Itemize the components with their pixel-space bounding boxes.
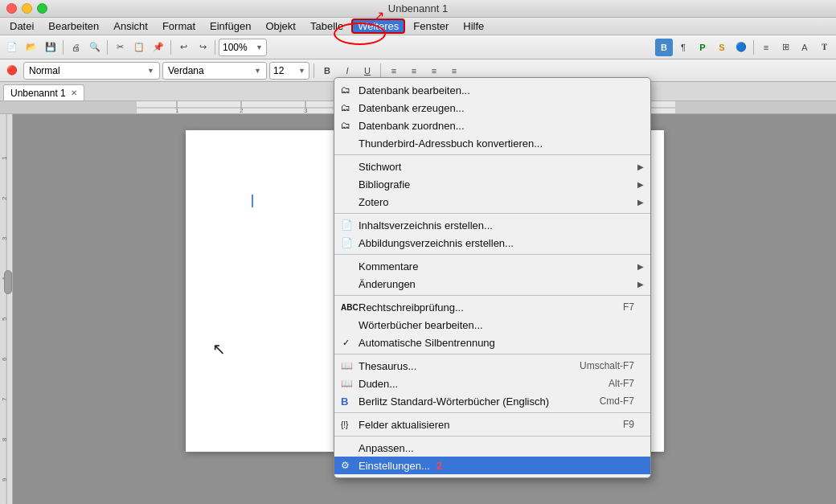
duden-label: Duden... (359, 378, 398, 390)
text-cursor (252, 195, 253, 207)
zoom-value: 100% (223, 42, 248, 53)
menu-woerterbucher[interactable]: Wörterbücher bearbeiten... (334, 316, 650, 334)
tab-label: Unbenannt 1 (10, 88, 66, 99)
menu-kommentare[interactable]: Kommentare (334, 257, 650, 275)
menu-anpassen[interactable]: Anpassen... (334, 439, 650, 457)
print-button[interactable]: 🖨 (67, 39, 84, 56)
silbentrennung-checkmark-icon: ✓ (342, 338, 350, 348)
copy-button[interactable]: 📋 (130, 39, 148, 56)
menu-objekt[interactable]: Objekt (259, 18, 302, 34)
left-ruler-marks: 1 2 3 4 5 6 7 8 9 (0, 114, 13, 504)
menu-bearbeiten[interactable]: Bearbeiten (42, 18, 105, 34)
tab-close-button[interactable]: ✕ (71, 88, 77, 97)
svg-text:2: 2 (1, 196, 8, 200)
format-icon-btn[interactable]: 🔴 (3, 62, 21, 80)
char-btn[interactable]: A (796, 39, 813, 56)
preview-button[interactable]: 🔍 (86, 39, 104, 56)
menu-duden[interactable]: 📖 Duden... Alt-F7 (334, 375, 650, 392)
menu-zotero[interactable]: Zotero (334, 193, 650, 211)
toolbar-separator-3 (170, 40, 171, 55)
berlitz-label: Berlitz Standard-Wörterbücher (Englisch) (359, 395, 549, 408)
felder-label: Felder aktualisieren (359, 419, 449, 431)
svg-text:3: 3 (304, 107, 308, 114)
aenderungen-label: Änderungen (359, 278, 416, 290)
paste-button[interactable]: 📌 (150, 39, 167, 56)
new-button[interactable]: 📄 (3, 39, 21, 56)
save-button[interactable]: 💾 (42, 39, 59, 56)
menu-ansicht[interactable]: Ansicht (107, 18, 154, 34)
stichwort-label: Stichwort (359, 161, 401, 173)
bibliografie-label: Bibliografie (359, 178, 410, 191)
paragraph-button[interactable]: ¶ (674, 39, 692, 56)
einstellungen-badge: 2 (436, 460, 442, 472)
minimize-button[interactable] (22, 3, 32, 14)
menu-datenbank-zuordnen[interactable]: 🗂 Datenbank zuordnen... (334, 117, 650, 134)
font-chevron-icon: ▼ (254, 67, 261, 75)
menu-abbildungsverzeichnis[interactable]: 📄 Abbildungsverzeichnis erstellen... (334, 234, 650, 252)
zoom-dropdown[interactable]: 100% ▼ (219, 39, 267, 56)
menu-silbentrennung[interactable]: ✓ Automatische Silbentrennung (334, 334, 650, 351)
redo-button[interactable]: ↪ (194, 39, 211, 56)
menu-berlitz[interactable]: B Berlitz Standard-Wörterbücher (Englisc… (334, 392, 650, 410)
menu-thesaurus[interactable]: 📖 Thesaurus... Umschalt-F7 (334, 357, 650, 375)
menu-hilfe[interactable]: Hilfe (457, 18, 490, 34)
menu-aenderungen[interactable]: Änderungen (334, 275, 650, 293)
s-button[interactable]: S (713, 39, 731, 56)
separator-5 (334, 354, 650, 354)
extra-btn[interactable]: ≡ (757, 39, 775, 56)
menu-inhaltsverzeichnis[interactable]: 📄 Inhaltsverzeichnis erstellen... (334, 216, 650, 234)
format-sep-2 (380, 64, 381, 78)
format-sep-1 (314, 64, 314, 78)
menu-datenbank-bearbeiten[interactable]: 🗂 Datenbank bearbeiten... (334, 81, 650, 99)
bold-button[interactable]: B (318, 62, 336, 80)
menu-format[interactable]: Format (156, 18, 202, 34)
svg-text:1: 1 (1, 156, 8, 160)
left-ruler: 1 2 3 4 5 6 7 8 9 (0, 114, 13, 504)
datenbank-erzeugen-icon: 🗂 (341, 102, 350, 113)
menu-felder[interactable]: {!} Felder aktualisieren F9 (334, 416, 650, 433)
paragraph-style-select[interactable]: Normal ▼ (23, 62, 160, 80)
menu-datei[interactable]: Datei (3, 18, 40, 34)
document-tab[interactable]: Unbenannt 1 ✕ (3, 84, 84, 100)
menu-tabelle[interactable]: Tabelle (304, 18, 350, 34)
rechtschreibpruefung-label: Rechtschreibprüfung... (359, 301, 464, 313)
undo-button[interactable]: ↩ (174, 39, 192, 56)
zoom-chevron-icon: ▼ (256, 43, 263, 51)
menu-einstellungen[interactable]: ⚙ Einstellungen... 2 (334, 457, 650, 474)
find-button[interactable]: P (694, 39, 711, 56)
title-bar: Unbenannt 1 (0, 0, 836, 18)
toolbar-separator-4 (215, 40, 215, 55)
thesaurus-icon: 📖 (341, 360, 353, 371)
menu-weiteres[interactable]: Weiteres (351, 18, 405, 34)
silbentrennung-label: Automatische Silbentrennung (359, 337, 495, 349)
menu-datenbank-erzeugen[interactable]: 🗂 Datenbank erzeugen... (334, 99, 650, 117)
menu-einfuegen[interactable]: Einfügen (203, 18, 257, 34)
window-controls[interactable] (6, 3, 47, 14)
bold-toolbar-b[interactable]: B (655, 39, 673, 56)
thunderbird-label: Thunderbird-Adressbuch konvertieren... (359, 137, 543, 150)
svg-text:1: 1 (175, 107, 179, 114)
font-select[interactable]: Verdana ▼ (162, 62, 267, 80)
text-btn[interactable]: 𝐓 (815, 39, 833, 56)
menu-fenster[interactable]: Fenster (407, 18, 455, 34)
menu-thunderbird[interactable]: Thunderbird-Adressbuch konvertieren... (334, 134, 650, 152)
align-btn[interactable]: ⊞ (777, 39, 794, 56)
open-button[interactable]: 📂 (23, 39, 40, 56)
settings-icon-btn[interactable]: 🔵 (732, 39, 750, 56)
cut-button[interactable]: ✂ (111, 39, 129, 56)
menu-rechtschreibpruefung[interactable]: ABC Rechtschreibprüfung... F7 (334, 298, 650, 316)
menu-stichwort[interactable]: Stichwort (334, 158, 650, 175)
duden-shortcut: Alt-F7 (609, 378, 634, 389)
berlitz-icon: B (341, 395, 348, 408)
scroll-handle[interactable] (4, 270, 12, 294)
close-button[interactable] (6, 3, 17, 14)
font-size-select[interactable]: 12 ▼ (269, 62, 309, 80)
kommentare-label: Kommentare (359, 260, 418, 272)
maximize-button[interactable] (37, 3, 47, 14)
thesaurus-shortcut: Umschalt-F7 (580, 360, 634, 371)
abbildungsverzeichnis-label: Abbildungsverzeichnis erstellen... (359, 237, 514, 249)
menu-bibliografie[interactable]: Bibliografie (334, 175, 650, 193)
svg-text:8: 8 (1, 437, 8, 441)
separator-4 (334, 295, 650, 296)
style-value: Normal (29, 65, 60, 76)
